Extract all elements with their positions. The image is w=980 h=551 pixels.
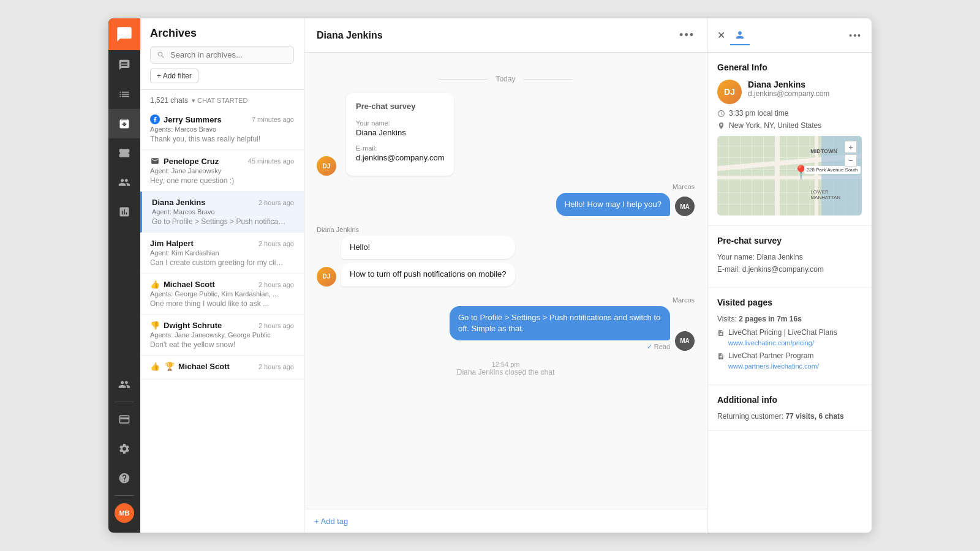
chat-item-penelope-cruz[interactable]: Penelope Cruz 45 minutes ago Agent: Jane… [140, 150, 304, 192]
sidebar-list-header: 1,521 chats ▾ CHAT STARTED [140, 90, 304, 108]
nav-item-list[interactable] [108, 80, 140, 109]
nav-item-tickets[interactable] [108, 138, 140, 168]
chat-icon [118, 59, 130, 71]
team-icon [118, 378, 130, 391]
nav-divider [115, 402, 134, 402]
contact-email: d.jenkins@company.com [748, 89, 829, 98]
message-group: Hello! How to turn off push notification… [341, 236, 515, 286]
settings-icon [118, 443, 130, 455]
date-divider: Today [317, 75, 695, 83]
nav-item-team[interactable] [108, 370, 140, 399]
chat-item-dwight-schrute[interactable]: 👎 Dwight Schrute 2 hours ago Agents: Jan… [140, 315, 304, 356]
visited-page-1: LiveChat Pricing | LiveChat Plans www.li… [717, 328, 862, 348]
nav-item-billing[interactable] [108, 405, 140, 434]
chat-item-michael-scott-1[interactable]: 👍 Michael Scott 2 hours ago Agents: Geor… [140, 274, 304, 315]
local-time: 3:33 pm local time [729, 109, 788, 118]
chat-time: 2 hours ago [258, 199, 294, 206]
chat-agent: Agents: Jane Janeowsky, George Public [150, 331, 294, 339]
pre-chat-email: E-mail: d.jenkins@company.com [356, 142, 444, 162]
message-bubble: Hello! How may I help you? [556, 193, 670, 216]
details-tabs [730, 26, 750, 45]
chat-item-jerry-summers[interactable]: Jerry Summers 7 minutes ago Agents: Marc… [140, 108, 304, 150]
add-filter-button[interactable]: + Add filter [150, 69, 198, 83]
details-header: ✕ ••• [707, 18, 872, 53]
closed-message: Diana Jenkins closed the chat [317, 368, 695, 377]
thumbup-icon: 👍 [150, 280, 160, 289]
sender-name: Marcos [317, 296, 695, 304]
read-status: ✓ Read [647, 343, 670, 351]
nav-divider-2 [115, 495, 134, 496]
chat-name: 👎 Dwight Schrute [150, 321, 222, 330]
nav-item-settings[interactable] [108, 434, 140, 463]
help-icon [118, 472, 130, 484]
chat-time: 2 hours ago [258, 281, 294, 288]
app-logo[interactable] [108, 18, 140, 50]
sidebar-title: Archives [150, 27, 294, 40]
nav-item-archives[interactable] [108, 109, 140, 138]
chat-name: 👍 🏆 Michael Scott [150, 362, 230, 371]
customers-icon [118, 176, 130, 189]
details-menu-button[interactable]: ••• [849, 31, 862, 40]
reports-icon [118, 206, 130, 218]
returning-customer-field: Returning customer: 77 visits, 6 chats [717, 412, 862, 421]
message-diana-1: Diana Jenkins DJ Hello! How to turn off … [317, 226, 695, 286]
person-icon [734, 29, 745, 40]
chat-preview: Thank you, this was really helpful! [150, 135, 285, 143]
chat-agent: Agent: Kim Kardashian [150, 249, 294, 257]
chat-count: 1,521 chats [150, 96, 188, 105]
sidebar: Archives + Add filter 1,521 chats ▾ CHAT… [140, 18, 304, 533]
details-tab-contact[interactable] [730, 26, 750, 45]
facebook-icon [150, 114, 160, 124]
chat-preview: One more thing I would like to ask ... [150, 299, 285, 308]
thumbup-icon: 👍 [150, 362, 160, 371]
email-icon [150, 156, 160, 166]
general-info-section: General Info DJ Diana Jenkins d.jenkins@… [707, 53, 872, 226]
page-url[interactable]: www.livechatinc.com/pricing/ [728, 339, 814, 347]
chat-item-jim-halpert[interactable]: Jim Halpert 2 hours ago Agent: Kim Karda… [140, 233, 304, 274]
search-input[interactable] [170, 50, 287, 59]
location-row: New York, NY, United States [717, 121, 862, 130]
sidebar-header: Archives + Add filter [140, 18, 304, 90]
chat-time: 2 hours ago [258, 240, 294, 247]
sort-label[interactable]: ▾ CHAT STARTED [192, 97, 247, 105]
map-placeholder: MIDTOWN LOWERMANHATTAN 📍 228 Park Avenue… [717, 136, 862, 216]
message-marcos-2: Marcos MA Go to Profile > Settings > Pus… [317, 296, 695, 351]
chat-preview: Don't eat the yellow snow! [150, 340, 285, 349]
message-marcos-1: Marcos MA Hello! How may I help you? [317, 183, 695, 216]
chat-item-diana-jenkins[interactable]: Diana Jenkins 2 hours ago Agent: Marcos … [140, 192, 304, 233]
chat-closed-info: 12:54 pm Diana Jenkins closed the chat [317, 361, 695, 377]
ticket-icon [118, 147, 130, 159]
map-zoom-out[interactable]: − [845, 154, 857, 167]
contact-name: Diana Jenkins [748, 80, 829, 89]
page-url[interactable]: www.partners.livechatinc.com/ [728, 362, 819, 370]
chat-header-menu-button[interactable]: ••• [679, 29, 695, 42]
contact-row: DJ Diana Jenkins d.jenkins@company.com [717, 80, 862, 104]
map-label-midtown: MIDTOWN [810, 148, 837, 154]
map-controls: + − [845, 141, 857, 167]
chat-footer: + Add tag [304, 509, 707, 533]
nav-item-reports[interactable] [108, 197, 140, 227]
page-title: LiveChat Partner Program [728, 351, 819, 360]
nav-item-chats[interactable] [108, 50, 140, 80]
page-icon [717, 329, 725, 337]
chat-logo-icon [116, 26, 133, 43]
message-bubble: How to turn off push notifications on mo… [341, 263, 515, 286]
pre-chat-title: Pre-chat survey [356, 102, 444, 111]
sender-name: Diana Jenkins [317, 226, 695, 233]
chat-preview: Hey, one more question :) [150, 176, 285, 185]
user-avatar[interactable]: MB [115, 503, 134, 523]
chat-time: 7 minutes ago [252, 116, 294, 123]
add-tag-button[interactable]: + Add tag [314, 517, 348, 526]
thumbdown-icon: 👎 [150, 321, 160, 330]
nav-item-help[interactable] [108, 463, 140, 493]
chat-time: 2 hours ago [258, 363, 294, 370]
chat-time: 2 hours ago [258, 322, 294, 329]
details-panel: ✕ ••• General Info DJ Diana Jenkins d.je [707, 18, 872, 533]
chat-list: Jerry Summers 7 minutes ago Agents: Marc… [140, 108, 304, 533]
map-zoom-in[interactable]: + [845, 141, 857, 153]
close-button[interactable]: ✕ [717, 29, 725, 41]
customer-avatar: DJ [317, 267, 336, 287]
chat-area: Diana Jenkins ••• Today DJ Pre-chat surv… [304, 18, 707, 533]
nav-item-customers[interactable] [108, 168, 140, 197]
chat-item-michael-scott-2[interactable]: 👍 🏆 Michael Scott 2 hours ago [140, 356, 304, 380]
